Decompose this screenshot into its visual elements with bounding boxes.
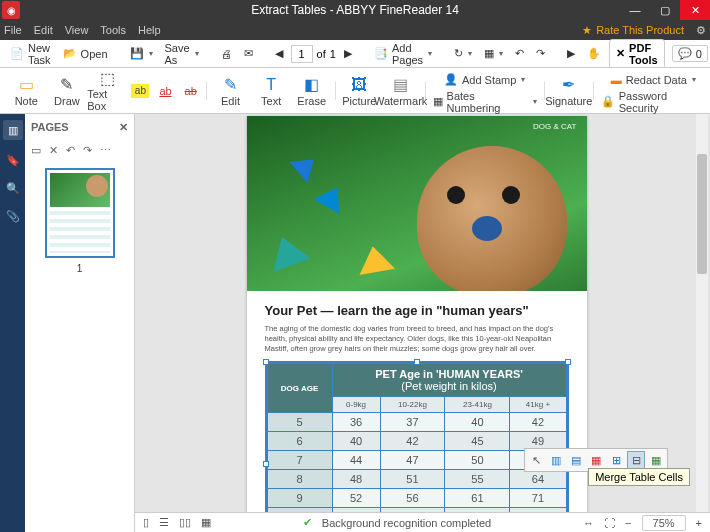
bookmarks-icon[interactable]: 🔖	[5, 152, 21, 168]
menu-bar: File Edit View Tools Help ★ Rate This Pr…	[0, 20, 710, 40]
single-page-view-icon[interactable]: ▯	[143, 516, 149, 529]
pages-panel-title: PAGES	[31, 121, 69, 133]
watermark-tool[interactable]: ▤Watermark	[380, 70, 422, 112]
menu-file[interactable]: File	[4, 24, 22, 36]
highlight-tool[interactable]: ab	[128, 70, 153, 112]
table-col-header: 10-22kg	[380, 397, 445, 413]
page-thumbnail-1[interactable]	[45, 168, 115, 258]
vertical-scrollbar[interactable]	[696, 114, 708, 512]
table-row: 848515564	[267, 470, 566, 489]
table-col-header: 23-41kg	[445, 397, 510, 413]
zoom-level[interactable]: 75%	[642, 515, 686, 531]
table-row: 744475056	[267, 451, 566, 470]
page-number-input[interactable]	[291, 45, 313, 63]
thumbnail-number: 1	[25, 263, 134, 274]
document-area[interactable]: DOG & CAT Your Pet — learn the age in "h…	[135, 114, 710, 512]
table-col-header: 0-9kg	[332, 397, 380, 413]
rotate-button[interactable]: ↻▾	[450, 45, 476, 62]
merge-cells-icon[interactable]: ⊟	[627, 451, 645, 469]
note-tool[interactable]: ▭Note	[6, 70, 47, 112]
hand-tool[interactable]: ✋	[583, 45, 605, 62]
redo-button[interactable]: ↷	[532, 45, 549, 62]
status-bar: ▯ ☰ ▯▯ ▦ ✔ Background recognition comple…	[135, 512, 710, 532]
new-task-button[interactable]: 📄 New Task	[6, 40, 55, 68]
textbox-tool[interactable]: ⬚Text Box	[87, 70, 128, 112]
crop-button[interactable]: ▦▾	[480, 45, 507, 62]
zoom-out-button[interactable]: −	[625, 517, 631, 529]
window-title: Extract Tables - ABBYY FineReader 14	[251, 3, 459, 17]
draw-tool[interactable]: ✎Draw	[47, 70, 88, 112]
bates-numbering-button[interactable]: ▦ Bates Numbering▾	[429, 92, 541, 112]
undo-button[interactable]: ↶	[511, 45, 528, 62]
cell-type-icon[interactable]: ▦	[647, 451, 665, 469]
close-button[interactable]: ✕	[680, 0, 710, 20]
table-selection[interactable]: DOG AGE PET Age in 'HUMAN YEARS'(Pet wei…	[265, 361, 569, 512]
next-page-button[interactable]: ▶	[340, 45, 356, 62]
strikeout-tool[interactable]: ab	[178, 70, 203, 112]
pages-panel-icon[interactable]: ▥	[3, 120, 23, 140]
th-dog-age: DOG AGE	[267, 364, 332, 413]
brand-logo: DOG & CAT	[533, 122, 576, 131]
page-of-label: of	[317, 48, 326, 60]
ribbon-toolbar: ▭Note ✎Draw ⬚Text Box ab ab ab ✎Edit TTe…	[0, 68, 710, 114]
open-button[interactable]: 📂 Open	[59, 45, 112, 62]
signature-tool[interactable]: ✒Signature	[548, 70, 590, 112]
add-vertical-line-icon[interactable]: ▥	[547, 451, 565, 469]
maximize-button[interactable]: ▢	[650, 0, 680, 20]
rotate-left-icon[interactable]: ↶	[66, 144, 75, 157]
erase-tool[interactable]: ◧Erase	[291, 70, 332, 112]
pages-panel-close-icon[interactable]: ✕	[119, 121, 128, 134]
add-stamp-button[interactable]: 👤 Add Stamp▾	[429, 70, 541, 90]
save-as-button[interactable]: Save As▾	[161, 40, 203, 68]
attachments-icon[interactable]: 📎	[5, 208, 21, 224]
delete-line-icon[interactable]: ▦	[587, 451, 605, 469]
minimize-button[interactable]: —	[620, 0, 650, 20]
pdf-tools-button[interactable]: ✕ PDF Tools	[609, 39, 665, 69]
email-button[interactable]: ✉	[240, 45, 257, 62]
table-row: 640424549	[267, 432, 566, 451]
page-total: 1	[330, 48, 336, 60]
fit-page-icon[interactable]: ⛶	[604, 517, 615, 529]
password-security-button[interactable]: 🔒 Password Security	[597, 92, 710, 112]
prev-page-button[interactable]: ◀	[271, 45, 287, 62]
app-icon: ◉	[2, 1, 20, 19]
table-col-header: 41kg +	[510, 397, 566, 413]
add-page-icon[interactable]: ▭	[31, 144, 41, 157]
fit-width-icon[interactable]: ↔	[583, 517, 594, 529]
menu-view[interactable]: View	[65, 24, 89, 36]
split-cells-icon[interactable]: ⊞	[607, 451, 625, 469]
redact-data-button[interactable]: ▬ Redact Data▾	[597, 70, 710, 90]
continuous-view-icon[interactable]: ☰	[159, 516, 169, 529]
thumbnail-view-icon[interactable]: ▦	[201, 516, 211, 529]
comments-button[interactable]: 💬0	[672, 45, 708, 62]
pages-panel: PAGES ✕ ▭ ✕ ↶ ↷ ⋯ 1	[25, 114, 135, 532]
settings-icon[interactable]: ⚙	[696, 24, 706, 37]
table-row: 536374042	[267, 413, 566, 432]
rotate-right-icon[interactable]: ↷	[83, 144, 92, 157]
check-icon: ✔	[303, 516, 312, 529]
select-tool-icon[interactable]: ↖	[527, 451, 545, 469]
main-toolbar: 📄 New Task 📂 Open 💾▾ Save As▾ 🖨 ✉ ◀ of 1…	[0, 40, 710, 68]
edit-tool[interactable]: ✎Edit	[210, 70, 251, 112]
save-button[interactable]: 💾▾	[126, 45, 157, 62]
menu-edit[interactable]: Edit	[34, 24, 53, 36]
rate-product[interactable]: ★ Rate This Product	[582, 24, 684, 37]
more-icon[interactable]: ⋯	[100, 144, 111, 157]
hero-image: DOG & CAT	[247, 116, 587, 291]
article-heading: Your Pet — learn the age in "human years…	[265, 303, 569, 318]
two-page-view-icon[interactable]: ▯▯	[179, 516, 191, 529]
pointer-tool[interactable]: ▶	[563, 45, 579, 62]
title-bar: ◉ Extract Tables - ABBYY FineReader 14 —…	[0, 0, 710, 20]
article-paragraph: The aging of the domestic dog varies fro…	[265, 324, 569, 353]
menu-help[interactable]: Help	[138, 24, 161, 36]
recognition-status: Background recognition completed	[322, 517, 491, 529]
add-horizontal-line-icon[interactable]: ▤	[567, 451, 585, 469]
search-icon[interactable]: 🔍	[5, 180, 21, 196]
text-tool[interactable]: TText	[251, 70, 292, 112]
add-pages-button[interactable]: 📑 Add Pages▾	[370, 40, 436, 68]
menu-tools[interactable]: Tools	[100, 24, 126, 36]
delete-page-icon[interactable]: ✕	[49, 144, 58, 157]
underline-tool[interactable]: ab	[153, 70, 178, 112]
zoom-in-button[interactable]: +	[696, 517, 702, 529]
print-button[interactable]: 🖨	[217, 46, 236, 62]
